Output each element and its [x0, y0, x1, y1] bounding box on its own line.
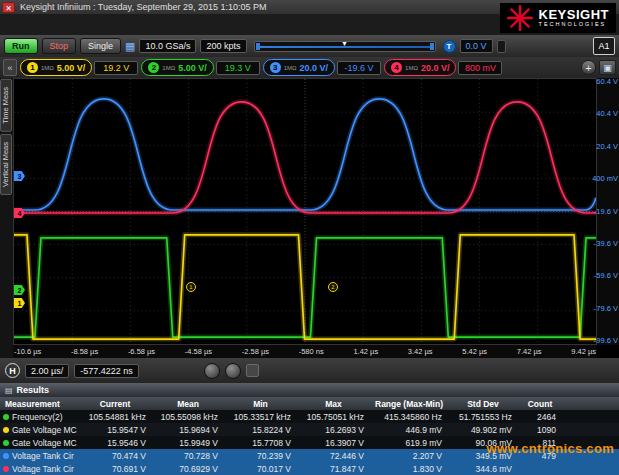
time-axis-label: 9.42 µs	[571, 347, 596, 356]
scrollbar-right-cap	[430, 43, 434, 50]
table-row[interactable]: Frequency(2) 105.54881 kHz 105.55098 kHz…	[0, 410, 619, 423]
trigger-icon[interactable]: T	[443, 40, 456, 53]
channel-2-badge: 2	[148, 62, 159, 73]
table-row-selected[interactable]: Voltage Tank Cir 70.691 V 70.6929 V 70.0…	[0, 462, 619, 475]
horizontal-position-knob[interactable]	[225, 363, 241, 379]
channel-4-controls: 4 1MΩ 20.0 V/ 800 mV	[384, 59, 502, 76]
channel-3-controls: 3 1MΩ 20.0 V/ -19.6 V	[263, 59, 381, 76]
left-sidebar: Time Meas Vertical Meas	[0, 78, 13, 358]
stop-button[interactable]: Stop	[42, 38, 77, 54]
collapse-sidebar-icon[interactable]: «	[3, 59, 17, 76]
volt-axis-label: 40.4 V	[596, 110, 618, 118]
volt-axis-label: 60.4 V	[596, 78, 618, 86]
channel-2-button[interactable]: 2 1MΩ 5.00 V/	[141, 59, 213, 76]
volt-axis-label: -79.6 V	[594, 305, 618, 313]
channel-2-offset[interactable]: 19.3 V	[216, 61, 260, 75]
column-header: Mean	[152, 397, 224, 410]
results-table-header: Measurement Current Mean Min Max Range (…	[0, 397, 619, 410]
scrollbar-position-icon[interactable]: ▼	[341, 40, 348, 48]
channel-dot	[3, 440, 9, 446]
measurement-name: Gate Voltage MC	[12, 438, 77, 448]
channel-dot	[3, 453, 9, 459]
results-icon: ▤	[5, 386, 13, 395]
channel-2-impedance: 1MΩ	[162, 65, 175, 71]
time-axis-label: -4.58 µs	[185, 347, 212, 356]
channel-3-button[interactable]: 3 1MΩ 20.0 V/	[263, 59, 335, 76]
channel-1-offset[interactable]: 19.2 V	[94, 61, 138, 75]
time-axis-label: 1.42 µs	[353, 347, 378, 356]
trigger-level-box[interactable]: 0.0 V	[460, 39, 493, 53]
horizontal-bar: H 2.00 µs/ -577.4222 ns	[0, 358, 619, 383]
column-header: Count	[518, 397, 562, 410]
horizontal-scale-knob[interactable]	[204, 363, 220, 379]
time-axis-label: -8.58 µs	[71, 347, 98, 356]
measurement-name: Frequency(2)	[12, 412, 63, 422]
measurement-gate-marker-2[interactable]: 2	[328, 282, 338, 292]
channel-dot	[3, 414, 9, 420]
channel-4-button[interactable]: 4 1MΩ 20.0 V/	[384, 59, 456, 76]
channel-2-controls: 2 1MΩ 5.00 V/ 19.3 V	[141, 59, 259, 76]
channel-3-badge: 3	[270, 62, 281, 73]
channel-1-button[interactable]: 1 1MΩ 5.00 V/	[20, 59, 92, 76]
volt-axis-label: 20.4 V	[596, 143, 618, 151]
horizontal-icon[interactable]: H	[5, 363, 20, 378]
channel-3-scale: 20.0 V/	[300, 63, 329, 73]
channel-1-controls: 1 1MΩ 5.00 V/ 19.2 V	[20, 59, 138, 76]
measurement-name: Voltage Tank Cir	[12, 464, 74, 474]
results-header[interactable]: ▤ Results	[0, 383, 619, 397]
trigger-mini-button[interactable]	[497, 40, 506, 53]
memory-depth-box[interactable]: 200 kpts	[200, 39, 246, 53]
channel-3-offset[interactable]: -19.6 V	[337, 61, 381, 75]
channel-4-badge: 4	[391, 62, 402, 73]
run-button[interactable]: Run	[4, 38, 38, 54]
tab-time-meas[interactable]: Time Meas	[0, 79, 12, 132]
channel-4-offset[interactable]: 800 mV	[458, 61, 502, 75]
display-mode-icon[interactable]: ▣	[599, 60, 616, 75]
channel-dot	[3, 427, 9, 433]
time-axis-label: 7.42 µs	[517, 347, 542, 356]
keysight-spark-icon	[507, 5, 533, 31]
channel-4-scale: 20.0 V/	[421, 63, 450, 73]
channel-1-scale: 5.00 V/	[57, 63, 86, 73]
logo-brand: KEYSIGHT	[539, 8, 609, 21]
measurement-name: Gate Voltage MC	[12, 425, 77, 435]
waveform-canvas	[14, 79, 596, 344]
column-header: Current	[78, 397, 152, 410]
table-row[interactable]: Gate Voltage MC 15.9547 V 15.9694 V 15.8…	[0, 423, 619, 436]
timebase-scale-box[interactable]: 2.00 µs/	[25, 364, 69, 378]
volt-axis-label: -39.6 V	[594, 240, 618, 248]
close-icon[interactable]: ✕	[2, 2, 15, 13]
sample-rate-box[interactable]: 10.0 GSa/s	[139, 39, 196, 53]
add-waveform-icon[interactable]: +	[581, 60, 596, 75]
acquisition-scrollbar[interactable]: ▼	[254, 41, 436, 52]
zoom-window-button[interactable]	[246, 364, 259, 377]
watermark: www.cntronics.com	[487, 441, 614, 456]
oscilloscope-app: ✕ Keysight Infiniium : Tuesday, Septembe…	[0, 0, 619, 475]
volt-axis-label: -19.6 V	[594, 208, 618, 216]
time-axis-label: 3.42 µs	[408, 347, 433, 356]
channel-bar: « 1 1MΩ 5.00 V/ 19.2 V 2 1MΩ 5.00 V/ 19.…	[0, 57, 619, 78]
acquisition-icon: ▦	[125, 41, 135, 52]
measurement-gate-marker-1[interactable]: 1	[186, 282, 196, 292]
scope-a1-button[interactable]: A1	[593, 37, 615, 55]
volt-axis-label: 400 mV	[592, 175, 618, 183]
column-header: Std Dev	[448, 397, 518, 410]
voltage-axis: 60.4 V 40.4 V 20.4 V 400 mV -19.6 V -39.…	[597, 78, 619, 345]
tab-vertical-meas[interactable]: Vertical Meas	[0, 134, 12, 195]
time-axis-label: 5.42 µs	[462, 347, 487, 356]
channel-2-scale: 5.00 V/	[178, 63, 207, 73]
single-button[interactable]: Single	[80, 38, 121, 54]
time-axis-label: -6.58 µs	[128, 347, 155, 356]
time-axis-label: -580 ns	[299, 347, 324, 356]
channel-4-impedance: 1MΩ	[405, 65, 418, 71]
column-header: Range (Max-Min)	[370, 397, 448, 410]
results-title: Results	[17, 385, 50, 395]
column-header: Min	[224, 397, 297, 410]
toolbar: Run Stop Single ▦ 10.0 GSa/s 200 kpts ▼ …	[0, 35, 619, 57]
time-axis-label: -2.58 µs	[242, 347, 269, 356]
waveform-display[interactable]: 3 4 2 1 1 2	[13, 78, 597, 345]
logo-sub: TECHNOLOGIES	[539, 21, 609, 28]
timebase-position-box[interactable]: -577.4222 ns	[74, 364, 139, 378]
window-title: Keysight Infiniium : Tuesday, September …	[20, 2, 266, 12]
column-header: Measurement	[0, 397, 78, 410]
